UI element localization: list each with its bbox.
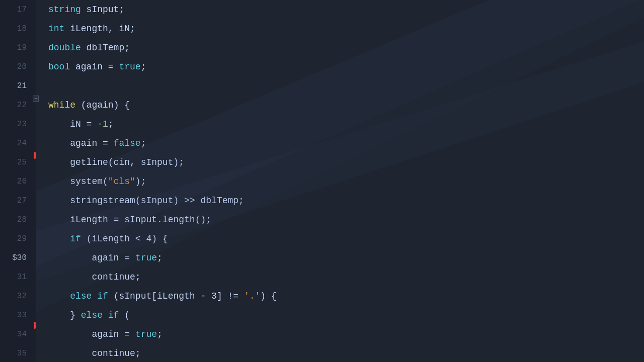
- keyword-true-3: true: [135, 325, 157, 344]
- line-num-25: 25: [0, 153, 31, 172]
- keyword-false: false: [114, 134, 141, 153]
- line-num-24: 24: [0, 134, 31, 153]
- code-line-23: again = false;: [48, 134, 644, 153]
- keyword-string: string: [48, 0, 81, 19]
- code-area: string sInput; int iLength, iN; double d…: [36, 0, 644, 362]
- keyword-bool: bool: [48, 57, 70, 76]
- code-line-31: else if (sInput[iLength - 3] != '.') {: [48, 287, 644, 306]
- code-line-18: int iLength, iN;: [48, 19, 644, 38]
- number-neg1: -1: [97, 115, 108, 134]
- fold-icon[interactable]: −: [33, 96, 39, 102]
- code-line-21: while (again) {: [48, 96, 644, 115]
- code-line-blank: [48, 76, 644, 96]
- line-num-28: 28: [0, 210, 31, 229]
- line-num-18: 18: [0, 19, 31, 38]
- line-numbers: 17 18 19 20 21 22 23 24 25 26 27 28 29 $…: [0, 0, 36, 362]
- code-line-29: again = true;: [48, 248, 644, 267]
- string-cls: "cls": [108, 172, 135, 191]
- line-num-26: 26: [0, 172, 31, 191]
- code-line-20: bool again = true;: [48, 57, 644, 76]
- keyword-true-2: true: [135, 248, 157, 267]
- keyword-int: int: [48, 19, 64, 38]
- keyword-if-1: if: [70, 229, 81, 248]
- line-num-23: 23: [0, 115, 31, 134]
- code-line-24: getline(cin, sInput);: [48, 153, 644, 172]
- scrollbar-marker-bottom: [34, 322, 36, 329]
- line-num-33: 33: [0, 306, 31, 325]
- code-line-17: string sInput;: [48, 0, 644, 19]
- code-line-32: } else if (: [48, 306, 644, 325]
- code-line-34: continue;: [48, 344, 644, 362]
- line-num-35: 35: [0, 344, 31, 362]
- line-num-19: 19: [0, 38, 31, 57]
- scrollbar-marker-top: [34, 152, 36, 159]
- code-line-26: stringstream(sInput) >> dblTemp;: [48, 191, 644, 210]
- keyword-while-main: while: [48, 96, 75, 115]
- keyword-true: true: [119, 57, 140, 76]
- line-num-22: 22: [0, 96, 31, 115]
- code-line-19: double dblTemp;: [48, 38, 644, 57]
- line-num-27: 27: [0, 191, 31, 210]
- line-num-17: 17: [0, 0, 31, 19]
- keyword-double: double: [48, 38, 81, 57]
- line-num-31: 31: [0, 267, 31, 287]
- line-num-30: $30: [0, 248, 31, 267]
- code-line-28: if (iLength < 4) {: [48, 229, 644, 248]
- line-num-34: 34: [0, 325, 31, 344]
- code-line-33: again = true;: [48, 325, 644, 344]
- code-line-22: iN = -1;: [48, 115, 644, 134]
- line-num-32: 32: [0, 287, 31, 306]
- line-num-20: 20: [0, 57, 31, 76]
- keyword-else-if-2: else if: [81, 306, 119, 325]
- code-editor: 17 18 19 20 21 22 23 24 25 26 27 28 29 $…: [0, 0, 644, 362]
- code-line-25: system("cls");: [48, 172, 644, 191]
- char-dot: '.': [244, 287, 260, 306]
- line-num-29: 29: [0, 229, 31, 248]
- keyword-else-if-1: else if: [70, 287, 108, 306]
- code-line-27: iLength = sInput.length();: [48, 210, 644, 229]
- line-num-21: 21: [0, 76, 31, 96]
- code-line-30: continue;: [48, 267, 644, 287]
